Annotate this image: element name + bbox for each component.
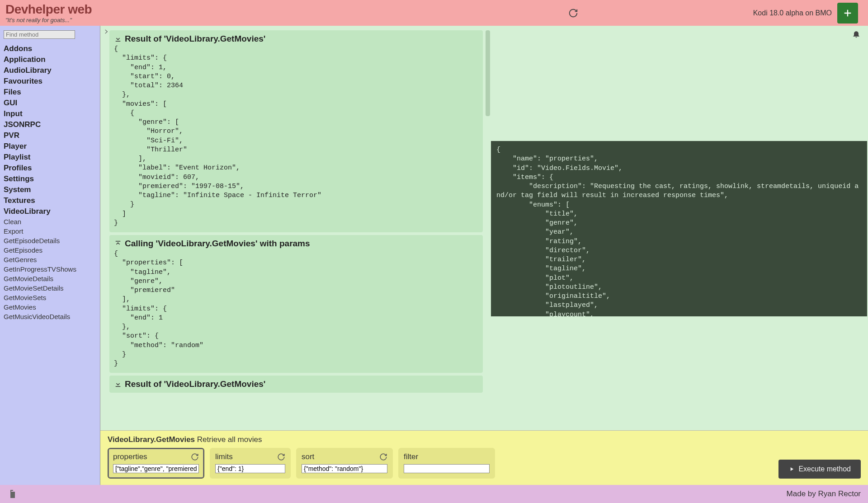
param-doc-panel: { "name": "properties", "id": "Video.Fie… [491, 141, 867, 316]
nav-input[interactable]: Input [4, 108, 96, 119]
param-properties-input[interactable] [113, 464, 199, 473]
add-host-button[interactable] [837, 3, 858, 24]
log-title: Result of 'VideoLibrary.GetMovies' [125, 379, 265, 389]
nav-player[interactable]: Player [4, 141, 96, 152]
nav-profiles[interactable]: Profiles [4, 163, 96, 174]
param-sort-input[interactable] [302, 464, 387, 473]
log-pane: Result of 'VideoLibrary.GetMovies' { "li… [100, 26, 490, 430]
refresh-param-icon[interactable] [277, 453, 285, 461]
param-filter[interactable]: filter [398, 448, 495, 479]
method-description: VideoLibrary.GetMovies Retrieve all movi… [108, 435, 861, 444]
nav-sub-getmoviedetails[interactable]: GetMovieDetails [4, 274, 96, 283]
param-label: sort [302, 452, 314, 461]
nav-jsonrpc[interactable]: JSONRPC [4, 119, 96, 130]
nav-sub-getepisodes[interactable]: GetEpisodes [4, 245, 96, 255]
find-method-input[interactable] [4, 30, 75, 39]
nav-pvr[interactable]: PVR [4, 130, 96, 141]
param-label: properties [113, 452, 147, 461]
refresh-param-icon[interactable] [379, 453, 387, 461]
nav-files[interactable]: Files [4, 87, 96, 98]
nav-addons[interactable]: Addons [4, 43, 96, 54]
nav-audiolibrary[interactable]: AudioLibrary [4, 65, 96, 76]
download-icon[interactable] [114, 380, 122, 388]
sidebar: Addons Application AudioLibrary Favourit… [0, 26, 100, 485]
log-body: { "properties": [ "tagline", "genre", "p… [114, 249, 478, 368]
refresh-param-icon[interactable] [191, 453, 199, 461]
active-host-label[interactable]: Kodi 18.0 alpha on BMO [753, 9, 832, 17]
log-body: { "limits": { "end": 1, "start": 0, "tot… [114, 45, 478, 228]
download-icon[interactable] [114, 35, 122, 43]
app-title: Devhelper web [5, 2, 565, 17]
nav-videolibrary[interactable]: VideoLibrary [4, 206, 96, 217]
nav-favourites[interactable]: Favourites [4, 76, 96, 87]
nav-playlist[interactable]: Playlist [4, 152, 96, 163]
log-title: Result of 'VideoLibrary.GetMovies' [125, 34, 265, 44]
nav-sub-getmovies[interactable]: GetMovies [4, 302, 96, 312]
footer-credit: Made by Ryan Rector [787, 489, 861, 498]
refresh-icon[interactable] [565, 5, 581, 21]
nav-sub-getmoviesetdetails[interactable]: GetMovieSetDetails [4, 283, 96, 293]
nav-application[interactable]: Application [4, 54, 96, 65]
nav-sub-getepisodedetails[interactable]: GetEpisodeDetails [4, 236, 96, 245]
nav-system[interactable]: System [4, 184, 96, 195]
nav-sub-export[interactable]: Export [4, 226, 96, 236]
param-filter-input[interactable] [404, 464, 490, 473]
param-sort[interactable]: sort [296, 448, 393, 479]
nav-sub-getgenres[interactable]: GetGenres [4, 255, 96, 264]
param-label: filter [404, 452, 418, 461]
log-title: Calling 'VideoLibrary.GetMovies' with pa… [125, 239, 310, 249]
nav-sub-getmusicvideodetails[interactable]: GetMusicVideoDetails [4, 312, 96, 321]
nav-gui[interactable]: GUI [4, 98, 96, 108]
collapse-logs-icon[interactable] [103, 28, 109, 35]
notifications-icon[interactable] [852, 29, 861, 38]
param-label: limits [215, 452, 233, 461]
nav-settings[interactable]: Settings [4, 174, 96, 184]
execute-method-button[interactable]: Execute method [778, 460, 861, 479]
upload-icon[interactable] [114, 240, 122, 248]
app-tagline: "It's not really for goats..." [5, 17, 565, 24]
param-properties[interactable]: properties [108, 448, 204, 479]
param-limits-input[interactable] [215, 464, 285, 473]
param-limits[interactable]: limits [210, 448, 291, 479]
nav-sub-getinprogresstvshows[interactable]: GetInProgressTVShows [4, 264, 96, 274]
logs-scrollbar[interactable] [486, 30, 490, 116]
nav-sub-getmoviesets[interactable]: GetMovieSets [4, 293, 96, 302]
nav-sub-clean[interactable]: Clean [4, 217, 96, 226]
nav-textures[interactable]: Textures [4, 195, 96, 206]
theme-icon[interactable] [7, 489, 18, 499]
